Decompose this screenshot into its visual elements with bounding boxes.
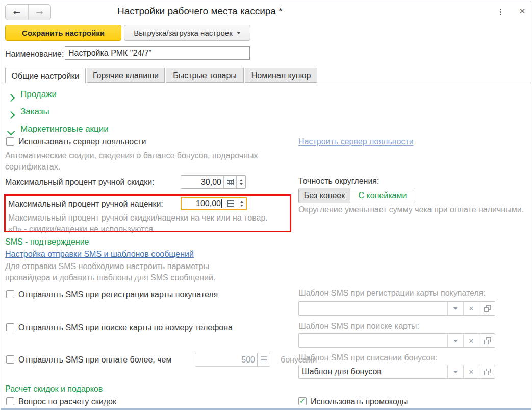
option-with-kopecks[interactable]: С копейками xyxy=(350,188,415,203)
sms-template-search-value[interactable] xyxy=(299,334,447,347)
open-icon xyxy=(484,305,491,312)
spinner[interactable] xyxy=(236,176,245,188)
open-button[interactable] xyxy=(479,365,495,378)
sms-template-bonus-label: Шаблон SMS при списании бонусов: xyxy=(298,353,437,363)
export-import-settings-button[interactable]: Выгрузка/загрузка настроек xyxy=(124,25,250,41)
back-button[interactable]: ← xyxy=(6,5,28,20)
calculator-icon[interactable] xyxy=(224,198,237,209)
chevron-down-icon xyxy=(237,32,241,34)
sms-template-register-field[interactable]: ✕ xyxy=(298,301,495,316)
clear-button[interactable]: ✕ xyxy=(463,365,479,378)
dropdown-button[interactable] xyxy=(447,365,463,378)
close-button[interactable]: ✕ xyxy=(516,5,528,17)
rounding-toggle: Без копеек С копейками xyxy=(298,188,415,203)
checkbox-use-loyalty-server[interactable] xyxy=(6,137,14,146)
save-settings-button[interactable]: Сохранить настройки xyxy=(5,25,121,41)
dropdown-button[interactable] xyxy=(447,302,463,315)
max-manual-discount-label: Максимальный процент ручной скидки: xyxy=(5,178,155,187)
open-icon xyxy=(484,337,491,344)
tab-hotkeys[interactable]: Горячие клавиши xyxy=(87,68,165,83)
chevron-down-icon xyxy=(453,371,458,373)
sms-template-bonus-field[interactable]: Шаблон для бонусов ✕ xyxy=(298,365,495,379)
max-manual-discount-field[interactable]: 30,00 xyxy=(181,175,246,189)
forward-arrow-icon: → xyxy=(36,7,43,17)
clear-icon: ✕ xyxy=(469,337,474,345)
clear-icon: ✕ xyxy=(469,368,474,376)
open-button[interactable] xyxy=(479,334,495,347)
name-label: Наименование: xyxy=(5,50,64,59)
rounding-precision-label: Точность округления: xyxy=(298,177,379,186)
sms-hint-line2: провайдера и добавить шаблоны для SMS со… xyxy=(5,273,215,282)
back-arrow-icon: ← xyxy=(13,7,20,17)
check-icon: ✓ xyxy=(299,397,306,405)
checkbox-use-promocodes[interactable]: ✓ xyxy=(298,397,307,405)
forward-button[interactable]: → xyxy=(28,5,51,20)
chevron-down-icon[interactable] xyxy=(8,127,14,136)
sms-template-register-label: Шаблон SMS при регистрации карты покупат… xyxy=(298,288,486,298)
configure-loyalty-server-link[interactable]: Настроить сервер лояльности xyxy=(298,137,414,147)
max-manual-markup-field[interactable]: 100,00 xyxy=(181,197,247,210)
sms-template-search-label: Шаблон SMS при поиске карты: xyxy=(298,322,419,331)
rounding-hint: Округление уменьшает сумму чека при опла… xyxy=(298,205,524,214)
sms-on-card-search-label: Отправлять SMS при поиске карты по номер… xyxy=(18,323,233,332)
use-promocodes-label: Использовать промокоды xyxy=(311,397,408,406)
group-orders[interactable]: Заказы xyxy=(20,107,49,117)
sms-settings-link[interactable]: Настройка отправки SMS и шаблонов сообще… xyxy=(5,250,194,259)
max-manual-markup-label: Максимальный процент ручной наценки: xyxy=(8,200,163,209)
max-manual-discount-value[interactable]: 30,00 xyxy=(181,176,223,188)
group-sales[interactable]: Продажи xyxy=(20,89,57,100)
open-icon xyxy=(484,369,491,375)
discount-question-label: Вопрос по расчету скидок xyxy=(18,397,116,406)
name-input[interactable] xyxy=(65,46,250,60)
group-marketing[interactable]: Маркетинговые акции xyxy=(20,124,109,134)
checkbox-sms-on-card-search[interactable] xyxy=(6,323,14,331)
calculator-icon[interactable] xyxy=(223,176,236,188)
spinner-down-icon[interactable] xyxy=(240,205,243,207)
more-menu-button[interactable] xyxy=(495,7,505,17)
sms-on-bonus-payment-label: Отправлять SMS при оплате более, чем xyxy=(18,355,171,365)
loyalty-hint-line1: Автоматические скидки, сведения о баланс… xyxy=(5,151,258,160)
clear-button[interactable]: ✕ xyxy=(463,334,479,347)
checkbox-sms-on-bonus-payment[interactable] xyxy=(6,355,14,364)
checkbox-sms-on-card-registration[interactable] xyxy=(6,290,14,298)
bonus-threshold-field[interactable]: 500 xyxy=(195,353,270,367)
loyalty-hint-line2: сертификатах. xyxy=(5,162,60,172)
chevron-down-icon xyxy=(453,340,458,342)
cashier-settings-window: ← → Настройки рабочего места кассира * ✕… xyxy=(1,1,531,410)
dropdown-button[interactable] xyxy=(447,334,463,347)
spinner-up-icon[interactable] xyxy=(240,201,243,203)
calc-section-header: Расчет скидок и подарков xyxy=(5,384,103,394)
tab-quick-goods[interactable]: Быстрые товары xyxy=(166,68,244,83)
export-import-label: Выгрузка/загрузка настроек xyxy=(134,29,232,37)
chevron-right-icon[interactable] xyxy=(8,93,14,103)
nav-button-group: ← → xyxy=(5,4,51,20)
sms-on-card-registration-label: Отправлять SMS при регистрации карты пок… xyxy=(18,290,218,299)
spinner[interactable] xyxy=(237,198,246,209)
sms-template-search-field[interactable]: ✕ xyxy=(298,333,495,348)
clear-icon: ✕ xyxy=(469,305,474,312)
sms-hint-line1: Для отправки SMS необходимо настроить па… xyxy=(5,262,209,271)
page-title: Настройки рабочего места кассира * xyxy=(117,6,283,17)
markup-hint-line2: «0» - скидки/наценки не используются. xyxy=(8,225,155,234)
sms-template-bonus-value[interactable]: Шаблон для бонусов xyxy=(299,365,447,378)
max-manual-markup-value[interactable]: 100,00 xyxy=(182,198,224,209)
spinner-up-icon[interactable] xyxy=(240,179,243,181)
chevron-down-icon xyxy=(453,307,458,310)
use-loyalty-server-label: Использовать сервер лояльности xyxy=(18,137,146,147)
sms-section-header: SMS - подтверждение xyxy=(5,237,89,247)
calculator-icon[interactable] xyxy=(257,353,270,366)
chevron-right-icon[interactable] xyxy=(8,111,14,120)
bonus-threshold-value[interactable]: 500 xyxy=(195,353,257,366)
tab-general-settings[interactable]: Общие настройки xyxy=(5,68,86,83)
sms-template-register-value[interactable] xyxy=(299,302,447,315)
open-button[interactable] xyxy=(479,302,495,315)
checkbox-discount-question[interactable] xyxy=(6,397,14,405)
markup-hint-line1: Максимальный процент ручной скидки/нацен… xyxy=(8,213,268,223)
option-no-kopecks[interactable]: Без копеек xyxy=(299,188,350,203)
spinner-down-icon[interactable] xyxy=(240,183,243,185)
text-caret xyxy=(221,199,222,208)
clear-button[interactable]: ✕ xyxy=(463,302,479,315)
tab-denominations[interactable]: Номинал купюр xyxy=(245,68,317,83)
